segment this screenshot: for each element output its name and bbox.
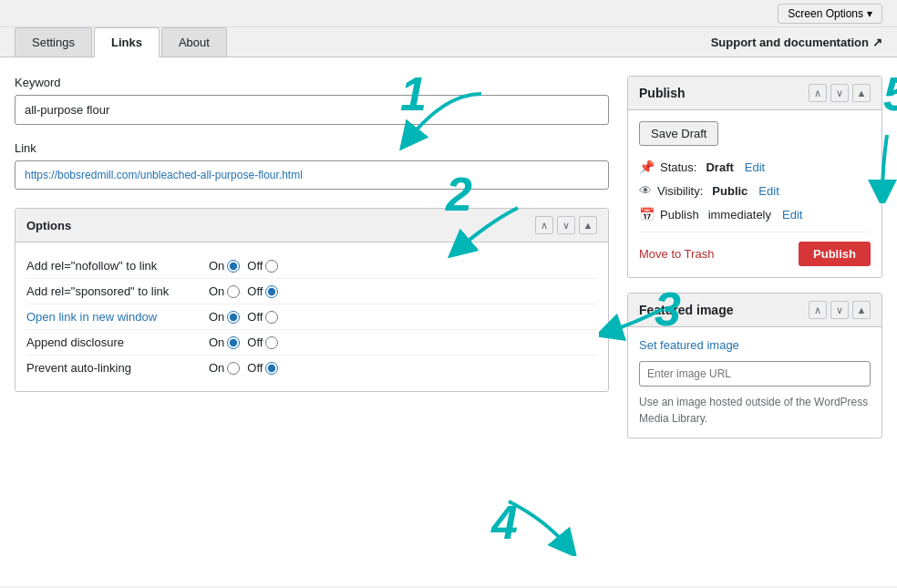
- options-header-controls: ∧ ∨ ▲: [535, 216, 597, 234]
- options-header: Options ∧ ∨ ▲: [15, 209, 608, 242]
- sponsored-on-label[interactable]: On: [209, 284, 240, 298]
- option-label-auto-link: Prevent auto-linking: [26, 361, 209, 375]
- visibility-label: Visibility:: [657, 184, 703, 198]
- new-window-on-label[interactable]: On: [209, 310, 240, 324]
- annotation-5: 5: [883, 67, 897, 121]
- status-row: 📌 Status: Draft Edit: [639, 155, 871, 179]
- featured-collapse-up-btn[interactable]: ∧: [809, 301, 827, 319]
- radio-group-new-window: On Off: [209, 310, 282, 324]
- nofollow-on-radio[interactable]: [227, 260, 240, 273]
- external-link-icon: ↗: [872, 36, 882, 49]
- disclosure-on-label[interactable]: On: [209, 335, 240, 349]
- sponsored-on-radio[interactable]: [227, 285, 240, 298]
- publish-header-controls: ∧ ∨ ▲: [809, 84, 871, 102]
- option-label-disclosure: Append disclosure: [26, 335, 209, 349]
- top-bar: Screen Options ▾: [0, 0, 897, 27]
- featured-toggle-btn[interactable]: ▲: [852, 301, 871, 319]
- options-toggle-btn[interactable]: ▲: [579, 216, 597, 234]
- tab-links[interactable]: Links: [94, 27, 160, 57]
- option-row-nofollow: Add rel="nofollow" to link On Off: [26, 253, 597, 279]
- options-collapse-up-btn[interactable]: ∧: [535, 216, 553, 234]
- sponsored-off-radio[interactable]: [265, 285, 278, 298]
- tab-about[interactable]: About: [161, 27, 227, 57]
- publish-label: Publish: [660, 208, 699, 222]
- visibility-row: 👁 Visibility: Public Edit: [639, 179, 871, 202]
- disclosure-off-label[interactable]: Off: [247, 335, 278, 349]
- publish-header: Publish ∧ ∨ ▲: [628, 77, 882, 110]
- chevron-down-icon: ▾: [867, 7, 872, 20]
- link-field: Link: [15, 141, 609, 190]
- tab-settings[interactable]: Settings: [15, 27, 92, 57]
- screen-options-label: Screen Options: [788, 7, 863, 20]
- annotation-4: 4: [491, 495, 518, 550]
- screen-options-button[interactable]: Screen Options ▾: [778, 4, 882, 24]
- options-title: Options: [26, 219, 71, 232]
- keyword-field: Keyword: [15, 76, 609, 125]
- tabs-bar: Settings Links About Support and documen…: [0, 27, 897, 57]
- calendar-icon: 📅: [639, 207, 655, 222]
- publish-immediately: immediately: [708, 208, 771, 222]
- radio-group-auto-link: On Off: [209, 361, 282, 375]
- new-window-on-radio[interactable]: [227, 311, 240, 324]
- visibility-icon: 👁: [639, 183, 652, 198]
- left-panel: 1 Keyword 2: [15, 76, 609, 568]
- disclosure-on-radio[interactable]: [227, 336, 240, 349]
- nofollow-on-label[interactable]: On: [209, 259, 240, 273]
- visibility-edit-link[interactable]: Edit: [758, 184, 778, 198]
- featured-collapse-down-btn[interactable]: ∨: [830, 301, 849, 319]
- save-draft-button[interactable]: Save Draft: [639, 121, 718, 146]
- publish-collapse-down-btn[interactable]: ∨: [830, 84, 849, 102]
- options-collapse-down-btn[interactable]: ∨: [557, 216, 575, 234]
- auto-link-on-radio[interactable]: [227, 362, 240, 375]
- new-window-off-label[interactable]: Off: [247, 310, 278, 324]
- option-row-sponsored: Add rel="sponsored" to link On Off: [26, 279, 597, 304]
- option-label-nofollow: Add rel="nofollow" to link: [26, 259, 209, 273]
- radio-group-nofollow: On Off: [209, 259, 282, 273]
- publish-edit-link[interactable]: Edit: [782, 208, 802, 222]
- arrow-4: [490, 483, 582, 559]
- option-row-new-window: Open link in new window On Off: [26, 304, 597, 330]
- auto-link-off-label[interactable]: Off: [247, 361, 278, 375]
- publish-button[interactable]: Publish: [799, 242, 871, 266]
- image-url-input[interactable]: [639, 361, 871, 387]
- support-documentation-link[interactable]: Support and documentation ↗: [711, 36, 882, 57]
- publish-collapse-up-btn[interactable]: ∧: [809, 84, 827, 102]
- nofollow-off-radio[interactable]: [265, 260, 278, 273]
- sponsored-off-label[interactable]: Off: [247, 284, 278, 298]
- option-label-sponsored: Add rel="sponsored" to link: [26, 284, 209, 298]
- status-icon: 📌: [639, 160, 655, 174]
- tabs-container: Settings Links About: [15, 27, 229, 57]
- disclosure-off-radio[interactable]: [265, 336, 278, 349]
- main-content: 1 Keyword 2: [0, 57, 897, 586]
- set-featured-image-link[interactable]: Set featured image: [639, 338, 871, 352]
- featured-header-controls: ∧ ∨ ▲: [809, 301, 871, 319]
- publish-title: Publish: [639, 86, 686, 100]
- options-body: Add rel="nofollow" to link On Off: [15, 242, 608, 391]
- featured-help-text: Use an image hosted outside of the WordP…: [639, 394, 871, 427]
- featured-title: Featured image: [639, 303, 733, 317]
- publish-toggle-btn[interactable]: ▲: [852, 84, 871, 102]
- featured-image-box: Featured image ∧ ∨ ▲ Set featured image …: [627, 293, 882, 438]
- status-value: Draft: [706, 160, 733, 174]
- radio-group-sponsored: On Off: [209, 284, 282, 298]
- right-panel: Publish ∧ ∨ ▲ Save Draft 📌 Status: Draft…: [627, 76, 882, 568]
- move-to-trash-link[interactable]: Move to Trash: [639, 247, 714, 261]
- featured-body: Set featured image Use an image hosted o…: [628, 327, 882, 438]
- radio-group-disclosure: On Off: [209, 335, 282, 349]
- status-edit-link[interactable]: Edit: [745, 160, 765, 174]
- publish-time-row: 📅 Publish immediately Edit: [639, 202, 871, 226]
- keyword-input[interactable]: [15, 95, 609, 125]
- status-label: Status:: [660, 160, 696, 174]
- option-row-disclosure: Append disclosure On Off: [26, 330, 597, 356]
- featured-header: Featured image ∧ ∨ ▲: [628, 294, 882, 327]
- nofollow-off-label[interactable]: Off: [247, 259, 278, 273]
- link-input[interactable]: [15, 160, 609, 190]
- new-window-off-radio[interactable]: [265, 311, 278, 324]
- keyword-label: Keyword: [15, 76, 609, 89]
- publish-box: Publish ∧ ∨ ▲ Save Draft 📌 Status: Draft…: [627, 76, 882, 278]
- option-label-new-window: Open link in new window: [26, 310, 209, 324]
- publish-body: Save Draft 📌 Status: Draft Edit 👁 Visibi…: [628, 110, 882, 277]
- link-label: Link: [15, 141, 609, 155]
- auto-link-on-label[interactable]: On: [209, 361, 240, 375]
- auto-link-off-radio[interactable]: [265, 362, 278, 375]
